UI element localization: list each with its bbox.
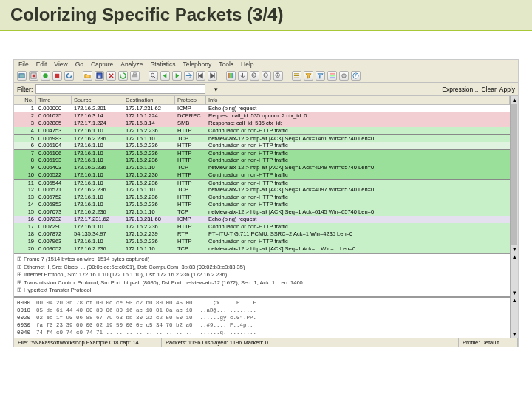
filter-expression[interactable]: Expression...: [442, 86, 478, 93]
print-icon[interactable]: [130, 71, 140, 81]
resize-cols-icon[interactable]: [292, 71, 301, 81]
options-icon[interactable]: [29, 71, 38, 81]
svg-rect-2: [33, 75, 35, 78]
bytes-scrollbar[interactable]: ▴ ▾: [510, 296, 518, 338]
go-back-icon[interactable]: [160, 71, 170, 81]
svg-rect-11: [228, 73, 233, 78]
open-icon[interactable]: [83, 71, 92, 81]
auto-scroll-icon[interactable]: [238, 71, 248, 81]
table-row[interactable]: 80.006193172.16.1.10172.16.2.236HTTPCont…: [14, 157, 510, 164]
zoom-reset-icon[interactable]: 1: [273, 71, 283, 81]
table-row[interactable]: 40.004753172.16.1.10172.16.2.236HTTPCont…: [14, 127, 510, 134]
table-row[interactable]: 120.006571172.16.2.236172.16.1.10TCPnetv…: [14, 186, 510, 194]
slide-title-bar: Colorizing Specific Packets (3/4): [0, 0, 532, 31]
first-packet-icon[interactable]: [196, 71, 205, 81]
filter-input[interactable]: [35, 84, 205, 94]
col-protocol[interactable]: Protocol: [175, 96, 206, 104]
hex-offsets: 00000010002000300040: [14, 298, 33, 338]
help-icon[interactable]: ?: [351, 71, 361, 81]
packet-scrollbar[interactable]: ▴ ▾: [510, 96, 518, 253]
menu-statistics[interactable]: Statistics: [150, 61, 175, 68]
table-row[interactable]: 110.006544172.16.1.10172.16.2.236HTTPCon…: [14, 179, 510, 186]
packet-details[interactable]: Frame 7 (1514 bytes on wire, 1514 bytes …: [14, 253, 510, 296]
status-packets: Packets: 1196 Displayed: 1196 Marked: 0: [162, 338, 324, 347]
svg-point-3: [43, 73, 47, 78]
menubar: File Edit View Go Capture Analyze Statis…: [14, 60, 518, 69]
wireshark-window: File Edit View Go Capture Analyze Statis…: [13, 59, 519, 347]
scroll-down-icon[interactable]: ▾: [511, 289, 518, 296]
detail-ethernet[interactable]: Ethernet II, Src: Cisco_... (00:0c:ce:5e…: [17, 264, 507, 272]
svg-rect-8: [134, 73, 137, 75]
display-filters-icon[interactable]: [316, 71, 325, 81]
restart-capture-icon[interactable]: [64, 71, 74, 81]
packet-bytes[interactable]: 00000010002000300040 00 04 20 3b 78 cf 0…: [14, 296, 510, 338]
menu-analyze[interactable]: Analyze: [120, 61, 143, 68]
interfaces-icon[interactable]: [17, 71, 27, 81]
filter-bar: Filter: ▾ Expression... Clear Apply: [14, 83, 518, 96]
table-row[interactable]: 130.006752172.16.1.10172.16.2.236HTTPCon…: [14, 194, 510, 201]
filter-apply[interactable]: Apply: [499, 86, 515, 93]
scroll-down-icon[interactable]: ▾: [511, 330, 518, 338]
go-forward-icon[interactable]: [172, 71, 182, 81]
table-row[interactable]: 70.006106172.16.1.10172.16.2.236HTTPCont…: [14, 149, 510, 157]
svg-rect-0: [19, 74, 24, 78]
packet-list[interactable]: No. Time Source Destination Protocol Inf…: [14, 96, 510, 253]
col-source[interactable]: Source: [72, 96, 123, 104]
zoom-out-icon[interactable]: [262, 71, 271, 81]
table-row[interactable]: 100.006522172.16.1.10172.16.2.236HTTPCon…: [14, 171, 510, 179]
menu-capture[interactable]: Capture: [91, 61, 113, 68]
col-destination[interactable]: Destination: [123, 96, 175, 104]
start-capture-icon[interactable]: [41, 71, 50, 81]
close-icon[interactable]: [106, 71, 116, 81]
colorize-icon[interactable]: [226, 71, 236, 81]
menu-help[interactable]: Help: [241, 61, 253, 68]
save-icon[interactable]: [95, 71, 104, 81]
scroll-up-icon[interactable]: ▴: [511, 253, 518, 260]
zoom-in-icon[interactable]: [250, 71, 259, 81]
col-no[interactable]: No.: [14, 96, 36, 104]
table-row[interactable]: 10.000000172.16.2.201172.17.231.62ICMPEc…: [14, 105, 510, 112]
menu-file[interactable]: File: [18, 61, 29, 68]
svg-point-9: [151, 73, 154, 77]
menu-go[interactable]: Go: [75, 61, 83, 68]
details-scrollbar[interactable]: ▴ ▾: [510, 253, 518, 296]
scroll-down-icon[interactable]: ▾: [511, 245, 518, 253]
scroll-up-icon[interactable]: ▴: [511, 296, 518, 304]
stop-capture-icon[interactable]: [52, 71, 62, 81]
status-profile: Profile: Default: [459, 338, 518, 347]
table-row[interactable]: 20.001075172.16.3.14172.16.1.224DCERPCRe…: [14, 112, 510, 120]
table-row[interactable]: 140.006852172.16.1.10172.16.2.236HTTPCon…: [14, 201, 510, 208]
coloring-rules-icon[interactable]: [327, 71, 337, 81]
table-row[interactable]: 190.007963172.16.1.10172.16.2.236HTTPCon…: [14, 238, 510, 245]
col-time[interactable]: Time: [36, 96, 72, 104]
table-row[interactable]: 150.007073172.16.2.236172.16.1.10TCPnetv…: [14, 208, 510, 216]
table-row[interactable]: 50.005983172.16.2.236172.16.1.10TCPnetvi…: [14, 134, 510, 142]
table-row[interactable]: 60.006104172.16.1.10172.16.2.236HTTPCont…: [14, 142, 510, 149]
table-row[interactable]: 200.008052172.16.2.236172.16.1.10TCPnetv…: [14, 245, 510, 253]
menu-edit[interactable]: Edit: [36, 61, 47, 68]
detail-http[interactable]: Hypertext Transfer Protocol: [17, 287, 507, 295]
capture-filters-icon[interactable]: [304, 71, 313, 81]
prefs-icon[interactable]: [339, 71, 349, 81]
menu-telephony[interactable]: Telephony: [183, 61, 212, 68]
detail-ip[interactable]: Internet Protocol, Src: 172.16.1.10 (172…: [17, 271, 507, 279]
status-empty: [324, 338, 459, 347]
table-row[interactable]: 90.006403172.16.2.236172.16.1.10TCPnetvi…: [14, 164, 510, 171]
detail-frame[interactable]: Frame 7 (1514 bytes on wire, 1514 bytes …: [17, 256, 507, 264]
scroll-up-icon[interactable]: ▴: [511, 96, 518, 103]
menu-view[interactable]: View: [54, 61, 67, 68]
table-row[interactable]: 30.002885172.17.1.224172.16.3.14SMBRespo…: [14, 120, 510, 127]
table-row[interactable]: 160.007232172.17.231.62172.18.231.60ICMP…: [14, 216, 510, 223]
svg-rect-17: [330, 75, 335, 77]
table-row[interactable]: 180.00787254.135.34.97172.16.2.239RTPPT=…: [14, 231, 510, 238]
find-icon[interactable]: [149, 71, 158, 81]
filter-clear[interactable]: Clear: [481, 86, 496, 93]
menu-tools[interactable]: Tools: [219, 61, 233, 68]
reload-icon[interactable]: [118, 71, 128, 81]
svg-rect-18: [330, 77, 335, 78]
go-to-icon[interactable]: [184, 71, 194, 81]
table-row[interactable]: 170.007290172.16.1.10172.16.2.236HTTPCon…: [14, 223, 510, 231]
col-info[interactable]: Info: [206, 96, 510, 104]
last-packet-icon[interactable]: [208, 71, 217, 81]
detail-tcp[interactable]: Transmission Control Protocol, Src Port:…: [17, 279, 507, 287]
